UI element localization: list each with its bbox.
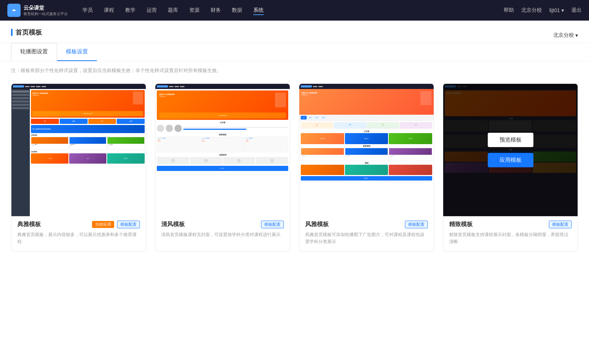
main-content: 首页模板 北京分校 ▾ 轮播图设置 模板设置 注：模板有部分个性化样式设置，设置… <box>0 21 589 364</box>
page-header: 首页模板 北京分校 ▾ <box>0 21 589 43</box>
nav-item-resources[interactable]: 资源 <box>189 6 200 15</box>
template-card-1: 托福TP01-54真题及解析 平 英语 口语 精品好课速来抢购 <box>11 83 146 251</box>
template-desc-1: 典雅首页模板，展示内容较多，可以展示优惠券和多个推荐课程 <box>17 231 140 245</box>
nav-item-courses[interactable]: 课程 <box>104 6 114 15</box>
template-card-2: 托福TP01-54真题及解析 平 英语 口语 精品好课速来抢购 公开课 <box>155 83 290 251</box>
user-menu[interactable]: lijt01 ▾ <box>549 7 564 13</box>
navigation: 云朵课堂 教育机构一站式服务云平台 学员 课程 教学 运营 题库 资源 财务 数… <box>0 0 589 21</box>
template-desc-3: 风雅首页模板可添加轮播图下广告图片，可对课程及课程包设置学科分类展示 <box>305 231 428 245</box>
tabs: 轮播图设置 模板设置 <box>11 43 578 61</box>
template-preview-2[interactable]: 托福TP01-54真题及解析 平 英语 口语 精品好课速来抢购 公开课 <box>155 84 290 216</box>
tab-carousel[interactable]: 轮播图设置 <box>11 43 57 61</box>
help-link[interactable]: 帮助 <box>504 7 514 14</box>
template-preview-3[interactable]: 托福TP01-54真题及解析 平 英语 口语 全部 英语 数学 编程 <box>299 84 434 216</box>
logo[interactable]: 云朵课堂 教育机构一站式服务云平台 <box>7 4 68 17</box>
config-button-3[interactable]: 模板配置 <box>405 221 428 228</box>
nav-menu: 学员 课程 教学 运营 题库 资源 财务 数据 系统 <box>82 6 504 15</box>
location-dropdown-icon: ▾ <box>575 32 578 38</box>
tabs-container: 轮播图设置 模板设置 <box>0 43 589 61</box>
nav-item-system[interactable]: 系统 <box>253 6 264 15</box>
tab-template[interactable]: 模板设置 <box>57 43 97 61</box>
template-name-row-2: 清风模板 模板配置 <box>161 221 284 228</box>
template-name-2: 清风模板 <box>161 221 185 228</box>
user-dropdown-icon: ▾ <box>561 7 564 13</box>
nav-item-data[interactable]: 数据 <box>232 6 242 15</box>
template-badges-1: 当前应用 模板配置 <box>92 221 140 228</box>
template-name-1: 典雅模板 <box>17 221 41 228</box>
config-button-4[interactable]: 模板配置 <box>549 221 572 228</box>
template-badges-2: 模板配置 <box>261 221 284 228</box>
logo-icon <box>7 4 21 17</box>
template-badges-4: 模板配置 <box>549 221 572 228</box>
template-hover-overlay-4: 预览模板 应用模板 <box>443 84 578 216</box>
template-name-3: 风雅模板 <box>305 221 329 228</box>
template-name-4: 精致模板 <box>449 221 473 228</box>
template-desc-2: 清风首页模板课程无封面，可设置按学科分类对课程进行展示 <box>161 231 284 238</box>
template-badges-3: 模板配置 <box>405 221 428 228</box>
template-name-row-4: 精致模板 模板配置 <box>449 221 572 228</box>
logout-button[interactable]: 退出 <box>571 7 582 14</box>
template-card-3: 托福TP01-54真题及解析 平 英语 口语 全部 英语 数学 编程 <box>299 83 434 251</box>
school-link[interactable]: 北京分校 <box>521 7 542 14</box>
nav-item-students[interactable]: 学员 <box>82 6 93 15</box>
template-card-4: 托福TP01-54真题及解析 公开课 推荐课程 <box>443 83 578 251</box>
nav-item-questions[interactable]: 题库 <box>168 6 178 15</box>
template-preview-1[interactable]: 托福TP01-54真题及解析 平 英语 口语 精品好课速来抢购 <box>11 84 146 216</box>
preview-button-4[interactable]: 预览模板 <box>488 133 533 147</box>
config-button-1[interactable]: 模板配置 <box>117 221 140 228</box>
current-badge-1: 当前应用 <box>92 221 114 228</box>
template-footer-1: 典雅模板 当前应用 模板配置 典雅首页模板，展示内容较多，可以展示优惠券和多个推… <box>11 216 146 251</box>
notice-text: 注：模板有部分个性化样式设置，设置后仅当前模板生效；非个性化样式设置后针对所有模… <box>0 61 589 80</box>
template-name-row-3: 风雅模板 模板配置 <box>305 221 428 228</box>
nav-item-operations[interactable]: 运营 <box>147 6 157 15</box>
template-footer-3: 风雅模板 模板配置 风雅首页模板可添加轮播图下广告图片，可对课程及课程包设置学科… <box>299 216 434 251</box>
templates-grid: 托福TP01-54真题及解析 平 英语 口语 精品好课速来抢购 <box>0 80 589 266</box>
template-footer-4: 精致模板 模板配置 精致首页模板支持课程展示封面，各模板分隔明显，界面简洁清晰 <box>443 216 578 251</box>
template-preview-4[interactable]: 托福TP01-54真题及解析 公开课 推荐课程 <box>443 84 578 216</box>
nav-item-finance[interactable]: 财务 <box>211 6 221 15</box>
config-button-2[interactable]: 模板配置 <box>261 221 284 228</box>
apply-button-4[interactable]: 应用模板 <box>488 153 533 167</box>
nav-right: 帮助 北京分校 lijt01 ▾ 退出 <box>504 7 582 14</box>
page-title: 首页模板 <box>11 28 42 43</box>
template-desc-4: 精致首页模板支持课程展示封面，各模板分隔明显，界面简洁清晰 <box>449 231 572 245</box>
page-location[interactable]: 北京分校 ▾ <box>553 32 578 39</box>
template-name-row-1: 典雅模板 当前应用 模板配置 <box>17 221 140 228</box>
template-footer-2: 清风模板 模板配置 清风首页模板课程无封面，可设置按学科分类对课程进行展示 <box>155 216 290 244</box>
nav-item-teaching[interactable]: 教学 <box>125 6 135 15</box>
logo-text: 云朵课堂 教育机构一站式服务云平台 <box>24 4 68 16</box>
